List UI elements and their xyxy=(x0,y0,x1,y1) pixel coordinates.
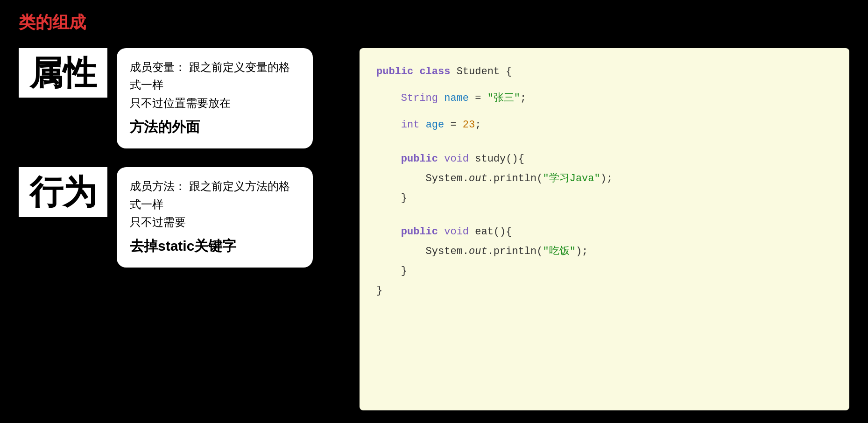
code-line-16: } xyxy=(376,281,833,301)
code-line-9: System.out.println("学习Java"); xyxy=(376,169,833,189)
left-panel: 属性 成员变量： 跟之前定义变量的格式一样 只不过位置需要放在 方法的外面 行为… xyxy=(19,48,346,410)
code-line-14: System.out.println("吃饭"); xyxy=(376,242,833,261)
behavior-desc-highlight: 去掉static关键字 xyxy=(130,235,300,257)
behavior-description: 成员方法： 跟之前定义方法的格式一样 只不过需要 去掉static关键字 xyxy=(117,167,313,268)
code-line-15: } xyxy=(376,261,833,281)
behavior-section: 行为 成员方法： 跟之前定义方法的格式一样 只不过需要 去掉static关键字 xyxy=(19,167,346,268)
code-line-5: int age = 23; xyxy=(376,115,833,135)
code-line-3: String name = "张三"; xyxy=(376,89,833,108)
code-line-1: public class Student { xyxy=(376,62,833,82)
attr-desc-line3: 只不过位置需要放在 xyxy=(130,97,231,109)
code-line-8: public void study(){ xyxy=(376,149,833,169)
code-line-10: } xyxy=(376,189,833,208)
attribute-label: 属性 xyxy=(19,48,107,98)
behavior-label: 行为 xyxy=(19,167,107,217)
behavior-desc-line1: 成员方法： xyxy=(130,180,186,192)
attr-desc-line1: 成员变量： xyxy=(130,61,186,73)
attr-desc-highlight: 方法的外面 xyxy=(130,116,300,138)
attribute-section: 属性 成员变量： 跟之前定义变量的格式一样 只不过位置需要放在 方法的外面 xyxy=(19,48,346,148)
page-title: 类的组成 xyxy=(0,0,868,39)
attribute-description: 成员变量： 跟之前定义变量的格式一样 只不过位置需要放在 方法的外面 xyxy=(117,48,313,148)
behavior-desc-line3: 只不过需要 xyxy=(130,216,186,228)
code-panel: public class Student { String name = "张三… xyxy=(360,48,849,410)
code-line-13: public void eat(){ xyxy=(376,222,833,242)
